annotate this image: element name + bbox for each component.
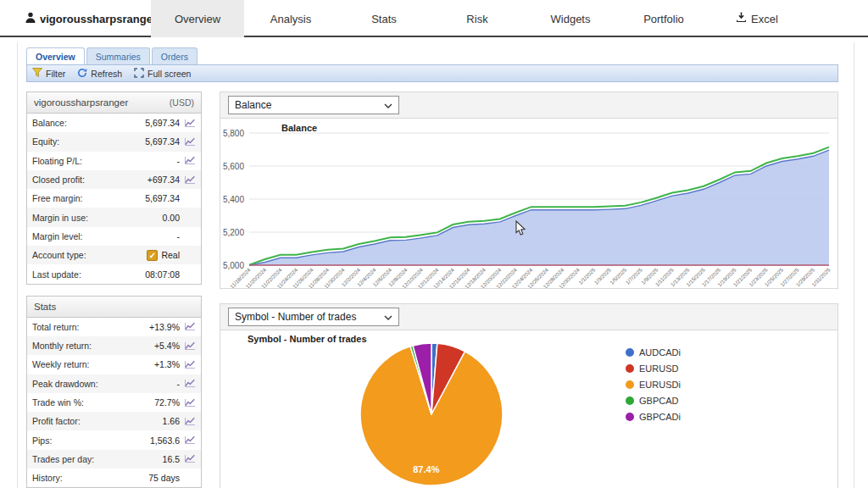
account-user[interactable]: vigoroussharpsranger bbox=[25, 0, 157, 37]
pie-legend: AUDCADi EURUSD EURUSDi GBPCAD GBPCADi bbox=[626, 344, 681, 424]
table-row: Total return:+13.9% bbox=[27, 318, 201, 336]
symbol-chart-select[interactable]: Symbol - Number of trades bbox=[228, 308, 399, 326]
tab-excel[interactable]: Excel bbox=[710, 0, 804, 37]
tab-analysis[interactable]: Analysis bbox=[244, 0, 337, 37]
mini-chart-icon[interactable] bbox=[183, 175, 196, 185]
table-row: History:75 days bbox=[27, 469, 201, 487]
table-row: Margin level:- bbox=[27, 227, 201, 246]
mini-chart-icon[interactable] bbox=[183, 322, 196, 331]
chevron-down-icon bbox=[384, 99, 392, 111]
chevron-down-icon bbox=[384, 311, 392, 323]
tab-stats[interactable]: Stats bbox=[337, 0, 431, 37]
refresh-icon bbox=[77, 68, 87, 80]
filter-button[interactable]: Filter bbox=[32, 68, 65, 79]
symbol-control-strip: Symbol - Number of trades bbox=[220, 303, 838, 330]
legend-dot bbox=[626, 364, 634, 373]
fullscreen-icon bbox=[134, 68, 144, 80]
subtab-overview[interactable]: Overview bbox=[26, 47, 85, 64]
tab-overview[interactable]: Overview bbox=[151, 0, 244, 37]
table-row: Trade win %:72.7% bbox=[27, 393, 201, 412]
mini-chart-icon[interactable] bbox=[183, 137, 196, 147]
svg-text:5,800: 5,800 bbox=[223, 129, 244, 138]
legend-dot bbox=[626, 413, 634, 421]
balance-chart-panel: Balance 5,0005,2005,4005,6005,80011/18/2… bbox=[220, 119, 838, 289]
stats-panel: Stats Total return:+13.9% Monthly return… bbox=[26, 296, 202, 488]
tab-risk[interactable]: Risk bbox=[431, 0, 524, 37]
table-row: Closed profit:+697.34 bbox=[27, 170, 201, 189]
svg-text:87.4%: 87.4% bbox=[413, 464, 439, 474]
left-column: vigoroussharpsranger (USD) Balance:5,697… bbox=[26, 92, 202, 488]
top-navigation: vigoroussharpsranger Overview Analysis S… bbox=[0, 0, 868, 37]
stats-title: Stats bbox=[34, 302, 56, 312]
tab-widgets[interactable]: Widgets bbox=[524, 0, 617, 37]
mini-chart-icon[interactable] bbox=[183, 379, 196, 388]
toolbar: Filter Refresh Full screen bbox=[26, 64, 838, 82]
table-row: Monthly return:+5.4% bbox=[27, 336, 201, 355]
mini-chart-icon[interactable] bbox=[183, 398, 196, 408]
legend-item: GBPCADi bbox=[626, 408, 681, 424]
mini-chart-icon[interactable] bbox=[183, 435, 196, 445]
balance-chart-title: Balance bbox=[281, 123, 317, 133]
username-label: vigoroussharpsranger bbox=[40, 13, 157, 25]
sub-tabs: Overview Summaries Orders bbox=[26, 47, 198, 64]
account-title: vigoroussharpsranger bbox=[34, 97, 128, 108]
main-column: Balance Balance 5,0005,2005,4005,6005,80… bbox=[220, 92, 838, 488]
refresh-button[interactable]: Refresh bbox=[77, 68, 122, 80]
legend-item: AUDCADi bbox=[626, 344, 681, 360]
svg-text:5,200: 5,200 bbox=[223, 228, 244, 237]
balance-chart-select[interactable]: Balance bbox=[228, 96, 399, 114]
balance-control-strip: Balance bbox=[220, 92, 838, 119]
svg-text:5,400: 5,400 bbox=[223, 195, 244, 204]
legend-item: EURUSD bbox=[626, 360, 681, 376]
mini-chart-icon[interactable] bbox=[183, 341, 196, 351]
download-icon bbox=[736, 12, 747, 25]
table-row: Equity:5,697.34 bbox=[27, 132, 201, 151]
tab-portfolio[interactable]: Portfolio bbox=[617, 0, 710, 37]
svg-text:5,600: 5,600 bbox=[223, 162, 244, 171]
table-row: Account type:✓Real bbox=[27, 246, 201, 264]
legend-item: GBPCAD bbox=[626, 392, 681, 408]
mini-chart-icon[interactable] bbox=[183, 417, 196, 426]
table-row: Trades per day:16.5 bbox=[27, 450, 201, 469]
table-row: Floating P/L:- bbox=[27, 152, 201, 170]
legend-dot bbox=[626, 396, 634, 405]
main-tabs: Overview Analysis Stats Risk Widgets Por… bbox=[151, 0, 804, 37]
account-panel: vigoroussharpsranger (USD) Balance:5,697… bbox=[26, 92, 202, 285]
table-row: Pips:1,563.6 bbox=[27, 430, 201, 449]
svg-text:5,000: 5,000 bbox=[223, 261, 244, 270]
fullscreen-button[interactable]: Full screen bbox=[134, 68, 191, 80]
stats-panel-header: Stats bbox=[27, 297, 201, 318]
mini-chart-icon[interactable] bbox=[183, 156, 196, 165]
table-row: Margin in use:0.00 bbox=[27, 208, 201, 226]
account-currency: (USD) bbox=[170, 97, 194, 108]
account-panel-header: vigoroussharpsranger (USD) bbox=[27, 92, 201, 114]
filter-icon bbox=[32, 68, 42, 79]
table-row: Balance:5,697.34 bbox=[27, 114, 201, 132]
symbol-pie-chart[interactable]: 87.4% bbox=[359, 341, 504, 487]
table-row: Weekly return:+1.3% bbox=[27, 355, 201, 374]
user-icon bbox=[25, 12, 36, 25]
table-row: Free margin:5,697.34 bbox=[27, 189, 201, 208]
account-rows: Balance:5,697.34 Equity:5,697.34 Floatin… bbox=[27, 114, 201, 284]
subtab-summaries[interactable]: Summaries bbox=[86, 47, 150, 64]
subtab-orders[interactable]: Orders bbox=[152, 47, 198, 64]
table-row: Profit factor:1.66 bbox=[27, 412, 201, 430]
pie-chart-title: Symbol - Number of trades bbox=[248, 334, 367, 344]
legend-dot bbox=[626, 380, 634, 389]
mini-chart-icon[interactable] bbox=[183, 360, 196, 369]
stats-rows: Total return:+13.9% Monthly return:+5.4%… bbox=[27, 318, 201, 488]
mini-chart-icon[interactable] bbox=[183, 454, 196, 463]
table-row: Peak drawdown:- bbox=[27, 374, 201, 393]
table-row: Last update:08:07:08 bbox=[27, 264, 201, 283]
balance-area-chart[interactable]: 5,0005,2005,4005,6005,80011/18/202411/20… bbox=[220, 119, 837, 288]
legend-item: EURUSDi bbox=[626, 376, 681, 392]
mini-chart-icon[interactable] bbox=[183, 119, 196, 128]
content-container: Overview Summaries Orders Filter Refresh… bbox=[17, 42, 854, 488]
symbol-pie-panel: Symbol - Number of trades 87.4% AUDCADi … bbox=[220, 330, 838, 488]
legend-dot bbox=[626, 348, 634, 357]
real-account-checkbox: ✓ bbox=[147, 250, 158, 261]
